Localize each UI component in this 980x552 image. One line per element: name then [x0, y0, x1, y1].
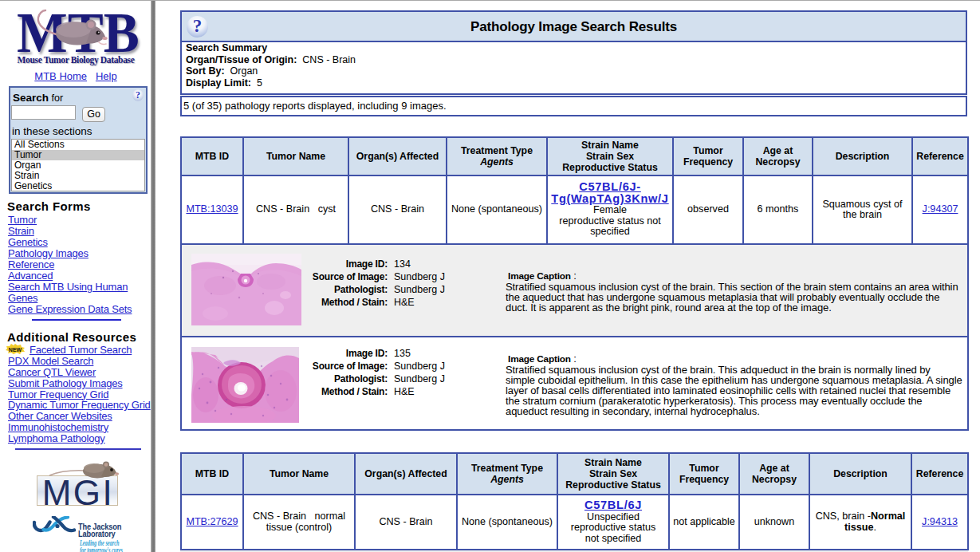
svg-text:NEW: NEW: [9, 347, 22, 353]
